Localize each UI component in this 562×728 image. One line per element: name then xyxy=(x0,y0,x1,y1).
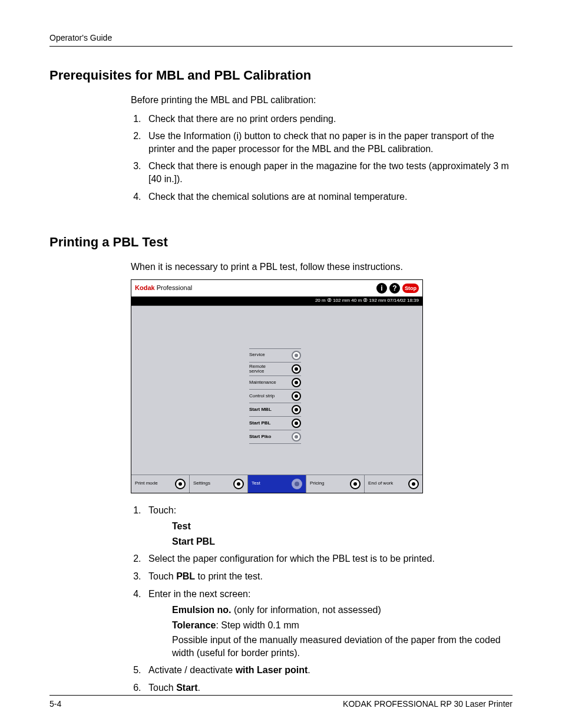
step5-bold: with Laser point xyxy=(236,665,308,675)
radio-knob-icon[interactable] xyxy=(292,419,301,428)
device-menu-item[interactable]: Control strip xyxy=(249,389,301,403)
device-main-area: ServiceRemote serviceMaintenanceControl … xyxy=(131,306,422,475)
footer-product: KODAK PROFESSIONAL RP 30 Laser Printer xyxy=(343,699,513,709)
device-statusbar: 20 m ⦿ 102 mm 40 m ⦿ 192 mm 07/14/02 18:… xyxy=(131,297,422,306)
device-bottom-label: Pricing xyxy=(310,480,324,487)
step6-pre: Touch xyxy=(148,683,176,693)
device-bottom-tab[interactable]: Test xyxy=(248,475,306,493)
step1-sub-test: Test xyxy=(172,520,513,533)
section-title-pbl: Printing a PBL Test xyxy=(49,235,513,250)
radio-knob-icon[interactable] xyxy=(292,364,301,374)
device-menu-label: Remote service xyxy=(249,364,280,374)
list-item: Check that there is enough paper in the … xyxy=(144,160,513,185)
device-menu-label: Start MBL xyxy=(249,407,272,412)
radio-knob-icon[interactable] xyxy=(292,351,301,360)
step4-tolerance-rest: : Step width 0.1 mm xyxy=(216,620,299,630)
running-head: Operator's Guide xyxy=(49,33,513,47)
radio-knob-icon[interactable] xyxy=(292,378,301,387)
brand-pro: Professional xyxy=(155,284,193,291)
pbl-steps: Touch: Test Start PBL Select the paper c… xyxy=(131,504,513,694)
radio-knob-icon[interactable] xyxy=(408,479,419,489)
device-brand: Kodak Professional xyxy=(135,284,192,292)
step1-lead: Touch: xyxy=(148,505,176,515)
pbl-intro: When it is necessary to print a PBL test… xyxy=(131,261,513,274)
radio-knob-icon[interactable] xyxy=(175,479,186,489)
step4-lead: Enter in the next screen: xyxy=(148,589,250,599)
device-menu-label: Start Piko xyxy=(249,434,271,439)
device-menu-item[interactable]: Start Piko xyxy=(249,430,301,444)
step4-emulsion-rest: (only for information, not assessed) xyxy=(231,605,381,615)
device-bottom-label: Settings xyxy=(193,480,210,487)
list-item: Select the paper configuration for which… xyxy=(144,552,513,565)
step1-sub-startpbl: Start PBL xyxy=(172,535,513,548)
device-bottom-tab[interactable]: Pricing xyxy=(306,475,365,493)
radio-knob-icon[interactable] xyxy=(292,479,302,489)
device-bottom-tab[interactable]: Settings xyxy=(190,475,248,493)
device-menu-item[interactable]: Maintenance xyxy=(249,375,301,389)
brand-kodak: Kodak xyxy=(135,284,155,291)
device-menu-label: Control strip xyxy=(249,394,275,398)
list-item: Check that the chemical solutions are at… xyxy=(144,190,513,203)
device-menu-item[interactable]: Start PBL xyxy=(249,416,301,430)
list-item: Activate / deactivate with Laser point. xyxy=(144,664,513,677)
step4-tolerance-bold: Tolerance xyxy=(172,620,216,630)
help-icon[interactable]: ? xyxy=(389,283,400,294)
device-bottom-tab[interactable]: End of work xyxy=(365,475,422,493)
step4-tolerance-note: Possible input of the manually measured … xyxy=(172,634,513,659)
page-footer: 5-4 KODAK PROFESSIONAL RP 30 Laser Print… xyxy=(49,695,513,709)
device-menu-label: Start PBL xyxy=(249,421,270,426)
device-bottom-label: End of work xyxy=(368,480,393,487)
device-menu-label: Maintenance xyxy=(249,380,276,385)
list-item: Use the Information (i) button to check … xyxy=(144,130,513,155)
list-item: Touch: Test Start PBL xyxy=(144,504,513,548)
radio-knob-icon[interactable] xyxy=(292,432,301,442)
list-item: Enter in the next screen: Emulsion no. (… xyxy=(144,588,513,660)
radio-knob-icon[interactable] xyxy=(292,391,301,401)
device-topbar: Kodak Professional i ? Stop xyxy=(131,280,422,297)
info-icon[interactable]: i xyxy=(376,283,387,294)
step6-bold: Start xyxy=(176,683,197,693)
device-menu-item[interactable]: Remote service xyxy=(249,362,301,376)
radio-knob-icon[interactable] xyxy=(292,405,301,414)
step5-post: . xyxy=(308,665,310,675)
prereq-intro: Before printing the MBL and PBL calibrat… xyxy=(131,94,513,107)
device-bottombar: Print modeSettingsTestPricingEnd of work xyxy=(131,475,422,493)
step3-bold: PBL xyxy=(176,571,195,581)
step5-pre: Activate / deactivate xyxy=(148,665,236,675)
device-menu-item[interactable]: Service xyxy=(249,348,301,362)
device-menu-item[interactable]: Start MBL xyxy=(249,403,301,416)
radio-knob-icon[interactable] xyxy=(233,479,244,489)
step3-pre: Touch xyxy=(148,571,176,581)
device-bottom-tab[interactable]: Print mode xyxy=(131,475,190,493)
list-item: Touch PBL to print the test. xyxy=(144,570,513,583)
stop-button[interactable]: Stop xyxy=(402,284,419,293)
step3-post: to print the test. xyxy=(195,571,263,581)
radio-knob-icon[interactable] xyxy=(350,479,361,489)
prereq-list: Check that there are no print orders pen… xyxy=(131,113,513,203)
list-item: Check that there are no print orders pen… xyxy=(144,113,513,126)
section-title-prereq: Prerequisites for MBL and PBL Calibratio… xyxy=(49,68,513,83)
device-screenshot: Kodak Professional i ? Stop 20 m ⦿ 102 m… xyxy=(131,279,423,493)
step4-emulsion-bold: Emulsion no. xyxy=(172,605,231,615)
list-item: Touch Start. xyxy=(144,681,513,694)
page-number: 5-4 xyxy=(49,699,61,709)
step6-post: . xyxy=(198,683,200,693)
device-bottom-label: Print mode xyxy=(135,480,158,487)
device-menu-label: Service xyxy=(249,353,265,357)
device-bottom-label: Test xyxy=(252,480,260,487)
